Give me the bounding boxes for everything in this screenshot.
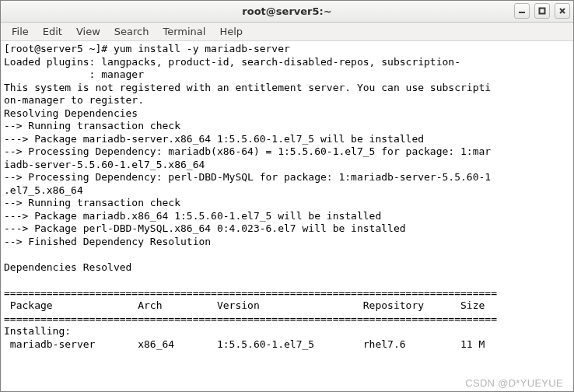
menu-help[interactable]: Help xyxy=(213,24,249,39)
menu-search[interactable]: Search xyxy=(108,24,156,39)
titlebar: root@server5:~ xyxy=(1,1,573,23)
terminal-output[interactable]: [root@server5 ~]# yum install -y mariadb… xyxy=(1,41,573,391)
minimize-button[interactable] xyxy=(514,3,530,19)
maximize-button[interactable] xyxy=(534,3,550,19)
close-button[interactable] xyxy=(555,3,570,19)
window-title: root@server5:~ xyxy=(1,5,573,17)
window-controls xyxy=(514,3,570,19)
menu-terminal[interactable]: Terminal xyxy=(156,24,212,39)
menu-edit[interactable]: Edit xyxy=(37,24,68,39)
menu-view[interactable]: View xyxy=(70,24,107,39)
menubar: File Edit View Search Terminal Help xyxy=(1,23,573,41)
maximize-icon xyxy=(538,7,546,15)
svg-rect-0 xyxy=(540,9,545,14)
menu-file[interactable]: File xyxy=(5,24,35,39)
close-icon xyxy=(558,7,566,15)
minimize-icon xyxy=(518,7,526,15)
